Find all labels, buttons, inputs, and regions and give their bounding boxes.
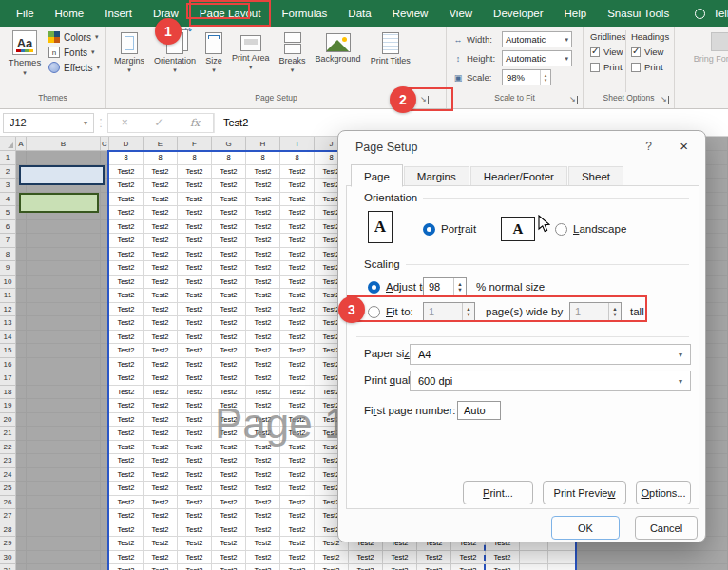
cell-F20[interactable]: Test2 [178, 413, 212, 428]
cell-I28[interactable]: Test2 [280, 523, 315, 538]
cell-E3[interactable]: Test2 [144, 179, 178, 193]
cell-A22[interactable] [16, 441, 27, 455]
cell-D21[interactable]: Test2 [109, 427, 144, 441]
column-header-D[interactable]: D [109, 137, 144, 151]
cell-E26[interactable]: Test2 [144, 496, 178, 510]
row-header-13[interactable]: 13 [0, 316, 16, 331]
cell-D24[interactable]: Test2 [109, 468, 144, 483]
paper-size-select[interactable]: A4▾ [410, 344, 691, 365]
cell-H17[interactable]: Test2 [246, 371, 280, 386]
cell-G13[interactable]: Test2 [212, 316, 246, 331]
cell-B20[interactable] [27, 413, 101, 428]
cell-A24[interactable] [16, 468, 27, 483]
row-header-4[interactable]: 4 [0, 193, 16, 207]
cell-Q30[interactable] [548, 551, 577, 565]
cell-E16[interactable]: Test2 [144, 358, 178, 372]
background-button[interactable]: Background [314, 30, 363, 92]
cell-A7[interactable] [16, 234, 27, 248]
cell-B15[interactable] [27, 344, 101, 358]
cell-E11[interactable]: Test2 [144, 289, 178, 303]
cell-H18[interactable]: Test2 [246, 386, 280, 400]
row-header-17[interactable]: 17 [0, 371, 16, 386]
cell-I26[interactable]: Test2 [280, 496, 315, 510]
cell-B30[interactable] [27, 551, 101, 565]
cancel-entry-icon[interactable]: × [122, 116, 128, 129]
cell-I9[interactable]: Test2 [280, 261, 315, 276]
row-header-21[interactable]: 21 [0, 427, 16, 441]
row-header-19[interactable]: 19 [0, 399, 16, 413]
cell-J30[interactable]: Test2 [315, 551, 349, 565]
spinner-arrows-icon[interactable]: ▲▼ [453, 278, 466, 295]
ribbon-tab-formulas[interactable]: Formulas [271, 0, 337, 27]
cell-P30[interactable] [520, 551, 548, 565]
cell-F29[interactable]: Test2 [178, 537, 212, 551]
cell-H25[interactable]: Test2 [246, 482, 280, 496]
cell-I7[interactable]: Test2 [280, 234, 315, 248]
cell-I4[interactable]: Test2 [280, 193, 315, 207]
cell-D25[interactable]: Test2 [109, 482, 144, 496]
cell-F23[interactable]: Test2 [178, 454, 212, 468]
cell-A17[interactable] [16, 371, 27, 386]
cell-B6[interactable] [27, 220, 101, 235]
cell-G18[interactable]: Test2 [212, 386, 246, 400]
first-page-number-input[interactable]: Auto [457, 401, 501, 420]
cell-I12[interactable]: Test2 [280, 303, 315, 317]
scale-to-fit-dialog-launcher[interactable] [569, 96, 578, 104]
cell-F5[interactable]: Test2 [178, 206, 212, 220]
adjust-to-spinner[interactable]: 98▲▼ [423, 277, 467, 296]
cell-B24[interactable] [27, 468, 101, 483]
cell-H31[interactable]: Test2 [246, 564, 280, 570]
confirm-entry-icon[interactable]: ✓ [154, 116, 163, 129]
cell-B25[interactable] [27, 482, 101, 496]
colors-button[interactable]: Colors▾ [48, 31, 100, 43]
cell-A29[interactable] [16, 537, 27, 551]
fonts-button[interactable]: nFonts▾ [48, 47, 100, 58]
cell-I29[interactable]: Test2 [280, 537, 315, 551]
column-header-F[interactable]: F [178, 137, 212, 151]
cell-E5[interactable]: Test2 [144, 206, 178, 220]
cell-F6[interactable]: Test2 [178, 220, 212, 235]
cell-E10[interactable]: Test2 [144, 276, 178, 290]
cell-D29[interactable]: Test2 [109, 537, 144, 551]
row-header-8[interactable]: 8 [0, 248, 16, 262]
cell-D31[interactable]: Test2 [109, 564, 144, 570]
checkbox-icon[interactable] [631, 48, 641, 57]
row-header-25[interactable]: 25 [0, 482, 16, 496]
cell-O31[interactable]: Test2 [486, 564, 520, 570]
cell-I24[interactable]: Test2 [280, 468, 315, 483]
cell-E1[interactable]: 8 [144, 151, 178, 165]
cell-D20[interactable]: Test2 [109, 413, 144, 428]
cell-D11[interactable]: Test2 [109, 289, 144, 303]
cell-E6[interactable]: Test2 [144, 220, 178, 235]
cell-D10[interactable]: Test2 [109, 276, 144, 290]
cell-N30[interactable]: Test2 [451, 551, 486, 565]
cell-F24[interactable]: Test2 [178, 468, 212, 483]
row-header-22[interactable]: 22 [0, 441, 16, 455]
themes-button[interactable]: Aa Themes ▾ [6, 30, 44, 92]
cell-M30[interactable]: Test2 [417, 551, 451, 565]
column-header-H[interactable]: H [246, 137, 280, 151]
cell-Q31[interactable] [548, 564, 577, 570]
cell-I14[interactable]: Test2 [280, 331, 315, 345]
cell-B12[interactable] [27, 303, 101, 317]
cell-O30[interactable]: Test2 [486, 551, 520, 565]
cell-H1[interactable]: 8 [246, 151, 280, 165]
cell-G29[interactable]: Test2 [212, 537, 246, 551]
cell-H26[interactable]: Test2 [246, 496, 280, 510]
cell-D3[interactable]: Test2 [109, 179, 144, 193]
cell-F21[interactable]: Test2 [178, 427, 212, 441]
column-header-A[interactable]: A [16, 137, 27, 151]
cell-G15[interactable]: Test2 [212, 344, 246, 358]
cell-F31[interactable]: Test2 [178, 564, 212, 570]
row-header-12[interactable]: 12 [0, 303, 16, 317]
cell-A9[interactable] [16, 261, 27, 276]
row-header-20[interactable]: 20 [0, 413, 16, 428]
row-header-15[interactable]: 15 [0, 344, 16, 358]
cell-N31[interactable]: Test2 [451, 564, 486, 570]
cell-G11[interactable]: Test2 [212, 289, 246, 303]
cell-K31[interactable]: Test2 [349, 564, 383, 570]
column-header-C[interactable]: C [101, 137, 109, 151]
ribbon-tab-help[interactable]: Help [554, 0, 598, 27]
gridlines-print-checkbox[interactable]: Print [590, 62, 625, 72]
ribbon-tab-snasui-tools[interactable]: Snasui Tools [597, 0, 680, 27]
